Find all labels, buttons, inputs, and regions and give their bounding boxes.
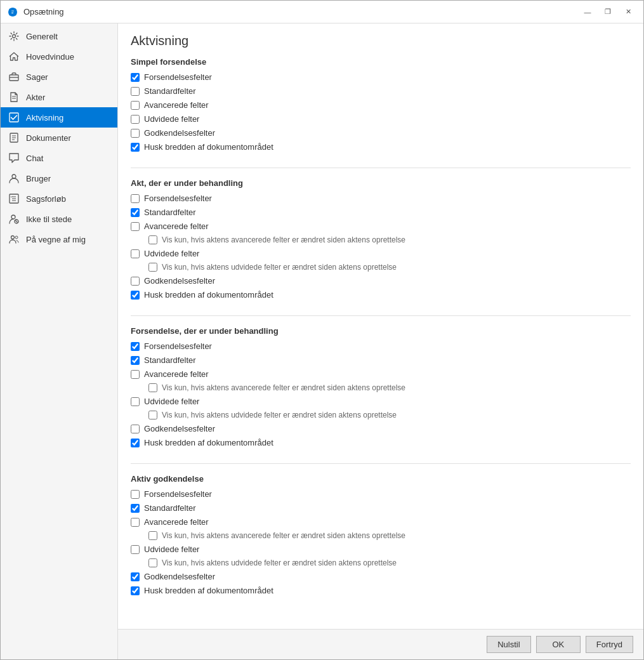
scrollable-content[interactable]: Aktvisning Simpel forsendelse Forsendels… xyxy=(118,23,643,629)
label-ag-udvidede-felter[interactable]: Udvidede felter xyxy=(144,544,199,554)
label-ag-standardfelter[interactable]: Standardfelter xyxy=(144,503,196,513)
checkmark-icon xyxy=(8,112,20,123)
label-ag-udvidede-sub[interactable]: Vis kun, hvis aktens udvidede felter er … xyxy=(162,558,397,567)
label-fub-husk-bredden[interactable]: Husk bredden af dokumentområdet xyxy=(144,438,273,447)
sidebar-item-paa-vegne-af-mig[interactable]: På vegne af mig xyxy=(1,229,117,249)
checkbox-aub-udvidede-felter[interactable] xyxy=(131,249,140,258)
sidebar-item-aktvisning[interactable]: Aktvisning xyxy=(1,107,117,128)
label-aub-standardfelter[interactable]: Standardfelter xyxy=(144,208,196,217)
checkbox-row-aub-udvidede-felter: Udvidede felter xyxy=(131,248,631,259)
checkbox-fub-forsendelsesfelter[interactable] xyxy=(131,342,140,351)
window-controls: — ❐ ✕ xyxy=(579,6,637,18)
checkbox-ag-udvidede-felter[interactable] xyxy=(131,545,140,554)
label-aub-husk-bredden[interactable]: Husk bredden af dokumentområdet xyxy=(144,290,273,300)
label-ag-forsendelsesfelter[interactable]: Forsendelsesfelter xyxy=(144,489,212,499)
fortryd-button[interactable]: Fortryd xyxy=(586,636,633,653)
label-fub-forsendelsesfelter[interactable]: Forsendelsesfelter xyxy=(144,341,212,351)
label-aub-godkendelsesfelter[interactable]: Godkendelsesfelter xyxy=(144,276,215,286)
label-aub-avancerede-felter[interactable]: Avancerede felter xyxy=(144,221,209,231)
section-simpel-forsendelse: Simpel forsendelse Forsendelsesfelter St… xyxy=(131,57,631,152)
checkbox-fub-godkendelsesfelter[interactable] xyxy=(131,425,140,433)
checkbox-fub-avancerede-felter[interactable] xyxy=(131,370,140,379)
ok-button[interactable]: OK xyxy=(536,636,581,653)
checkbox-row-sf-avancerede-felter: Avancerede felter xyxy=(131,100,631,110)
checkbox-row-ag-husk-bredden: Husk bredden af dokumentområdet xyxy=(131,585,631,596)
checkbox-aub-forsendelsesfelter[interactable] xyxy=(131,194,140,203)
label-aub-udvidede-sub[interactable]: Vis kun, hvis aktens udvidede felter er … xyxy=(162,263,397,272)
checkbox-sf-avancerede-felter[interactable] xyxy=(131,101,140,110)
label-fub-udvidede-sub[interactable]: Vis kun, hvis aktens udvidede felter er … xyxy=(162,411,397,419)
label-ag-avancerede-sub[interactable]: Vis kun, hvis aktens avancerede felter e… xyxy=(162,531,405,540)
sidebar-item-sager[interactable]: Sager xyxy=(1,67,117,87)
label-sf-standardfelter[interactable]: Standardfelter xyxy=(144,86,196,96)
sidebar-item-hovedvindue[interactable]: Hovedvindue xyxy=(1,46,117,67)
sidebar-item-sagsforloeb[interactable]: Sagsforløb xyxy=(1,188,117,209)
sidebar-label-chat: Chat xyxy=(26,154,43,163)
close-button[interactable]: ✕ xyxy=(619,6,637,18)
label-ag-husk-bredden[interactable]: Husk bredden af dokumentområdet xyxy=(144,586,273,595)
checkbox-ag-forsendelsesfelter[interactable] xyxy=(131,490,140,499)
checkbox-sf-standardfelter[interactable] xyxy=(131,87,140,96)
label-aub-udvidede-felter[interactable]: Udvidede felter xyxy=(144,249,199,258)
sidebar-item-chat[interactable]: Chat xyxy=(1,148,117,168)
sidebar-item-akter[interactable]: Akter xyxy=(1,87,117,107)
checkbox-row-fub-forsendelsesfelter: Forsendelsesfelter xyxy=(131,341,631,352)
nulstil-button[interactable]: Nulstil xyxy=(487,636,531,653)
label-fub-godkendelsesfelter[interactable]: Godkendelsesfelter xyxy=(144,424,215,433)
checkbox-fub-udvidede-felter[interactable] xyxy=(131,397,140,406)
checkbox-row-ag-avancerede-sub: Vis kun, hvis aktens avancerede felter e… xyxy=(131,531,631,541)
checkbox-ag-husk-bredden[interactable] xyxy=(131,586,140,595)
user-group-icon xyxy=(8,234,20,245)
checkbox-ag-avancerede-sub[interactable] xyxy=(148,531,157,540)
checkbox-aub-udvidede-sub[interactable] xyxy=(148,263,157,272)
label-aub-forsendelsesfelter[interactable]: Forsendelsesfelter xyxy=(144,194,212,203)
label-sf-avancerede-felter[interactable]: Avancerede felter xyxy=(144,100,209,110)
label-ag-godkendelsesfelter[interactable]: Godkendelsesfelter xyxy=(144,572,215,581)
label-fub-udvidede-felter[interactable]: Udvidede felter xyxy=(144,397,199,406)
checkbox-sf-husk-bredden[interactable] xyxy=(131,143,140,152)
label-sf-forsendelsesfelter[interactable]: Forsendelsesfelter xyxy=(144,72,212,82)
footer: Nulstil OK Fortryd xyxy=(118,629,643,659)
user-away-icon xyxy=(8,213,20,225)
checkbox-row-sf-husk-bredden: Husk bredden af dokumentområdet xyxy=(131,142,631,152)
checkbox-fub-udvidede-sub[interactable] xyxy=(148,411,157,419)
checkbox-fub-avancerede-sub[interactable] xyxy=(148,383,157,392)
checkbox-aub-avancerede-sub[interactable] xyxy=(148,235,157,244)
checkbox-sf-godkendelsesfelter[interactable] xyxy=(131,129,140,138)
checkbox-ag-standardfelter[interactable] xyxy=(131,504,140,513)
label-ag-avancerede-felter[interactable]: Avancerede felter xyxy=(144,517,209,527)
checkbox-fub-husk-bredden[interactable] xyxy=(131,439,140,447)
sidebar-label-ikke-til-stede: Ikke til stede xyxy=(26,214,72,224)
checkbox-aub-avancerede-felter[interactable] xyxy=(131,222,140,231)
checkbox-aub-standardfelter[interactable] xyxy=(131,208,140,217)
checkbox-ag-godkendelsesfelter[interactable] xyxy=(131,572,140,581)
label-fub-standardfelter[interactable]: Standardfelter xyxy=(144,355,196,365)
checkbox-ag-udvidede-sub[interactable] xyxy=(148,558,157,567)
maximize-button[interactable]: ❐ xyxy=(599,6,617,18)
checkbox-aub-godkendelsesfelter[interactable] xyxy=(131,277,140,286)
sidebar-item-dokumenter[interactable]: Dokumenter xyxy=(1,128,117,148)
sidebar-item-bruger[interactable]: Bruger xyxy=(1,168,117,188)
checkbox-row-sf-udvidede-felter: Udvidede felter xyxy=(131,114,631,124)
checkbox-aub-husk-bredden[interactable] xyxy=(131,291,140,300)
label-fub-avancerede-felter[interactable]: Avancerede felter xyxy=(144,369,209,379)
checkbox-row-aub-standardfelter: Standardfelter xyxy=(131,207,631,218)
document2-icon xyxy=(8,132,20,143)
chat-icon xyxy=(8,152,20,164)
label-aub-avancerede-sub[interactable]: Vis kun, hvis aktens avancerede felter e… xyxy=(162,235,405,244)
checkbox-sf-udvidede-felter[interactable] xyxy=(131,115,140,124)
checkbox-row-aub-husk-bredden: Husk bredden af dokumentområdet xyxy=(131,289,631,300)
checkbox-fub-standardfelter[interactable] xyxy=(131,356,140,365)
sidebar-item-generelt[interactable]: Generelt xyxy=(1,26,117,46)
section-title-simpel-forsendelse: Simpel forsendelse xyxy=(131,57,631,67)
sidebar-item-ikke-til-stede[interactable]: Ikke til stede xyxy=(1,209,117,229)
label-sf-udvidede-felter[interactable]: Udvidede felter xyxy=(144,114,199,124)
sidebar-label-sager: Sager xyxy=(26,72,48,82)
checkbox-row-ag-udvidede-sub: Vis kun, hvis aktens udvidede felter er … xyxy=(131,558,631,568)
label-fub-avancerede-sub[interactable]: Vis kun, hvis aktens avancerede felter e… xyxy=(162,383,405,392)
checkbox-sf-forsendelsesfelter[interactable] xyxy=(131,73,140,82)
checkbox-ag-avancerede-felter[interactable] xyxy=(131,518,140,527)
label-sf-godkendelsesfelter[interactable]: Godkendelsesfelter xyxy=(144,128,215,138)
label-sf-husk-bredden[interactable]: Husk bredden af dokumentområdet xyxy=(144,142,273,152)
minimize-button[interactable]: — xyxy=(579,6,596,18)
